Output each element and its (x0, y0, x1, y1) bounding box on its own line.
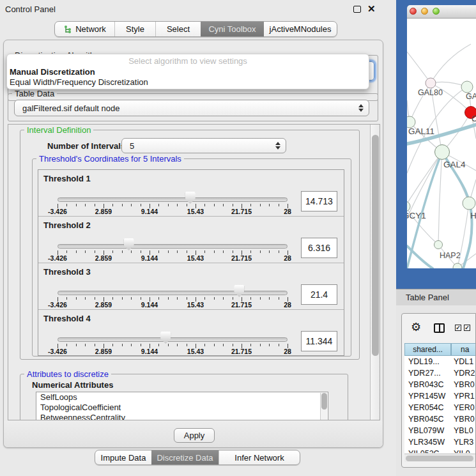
zoom-traffic-light-icon[interactable] (433, 8, 440, 15)
tab-discretize-data[interactable]: Discretize Data (151, 450, 219, 464)
scale-label: 9.144 (141, 348, 158, 355)
scale-label: 21.715 (231, 254, 252, 262)
scale-label: 21.715 (231, 208, 252, 215)
checkbox-icon[interactable]: ✓ (464, 325, 470, 331)
table-row[interactable]: YIL052CYIL0 (404, 448, 476, 453)
table-row[interactable]: YDR27...YDR2 (404, 367, 476, 379)
cell-name[interactable]: YER0 (454, 402, 475, 413)
table-horizontal-scrollbar[interactable] (404, 454, 476, 462)
gear-icon[interactable]: ⚙ (411, 321, 421, 333)
attributes-to-discretize-group: Attributes to discretize Numerical Attri… (20, 374, 348, 420)
scale-label: 15.43 (187, 301, 204, 309)
table-row[interactable]: YPR145WYPR1 (404, 390, 476, 402)
number-of-intervals-spinner[interactable]: 5 (121, 138, 286, 153)
table-row[interactable]: YBL079WYBL0 (404, 425, 476, 436)
tab-style[interactable]: Style (114, 22, 155, 36)
slider-thumb[interactable] (185, 192, 196, 204)
cell-shared-name[interactable]: YBR045C (408, 413, 444, 425)
scale-label: 2.859 (95, 301, 112, 309)
threshold-value-field[interactable]: 11.344 (301, 331, 337, 351)
scale-label: 28 (284, 208, 291, 215)
cell-name[interactable]: YPR1 (454, 390, 475, 402)
popup-option-equal-width-frequency[interactable]: Equal Width/Frequency Discretization (10, 77, 148, 87)
popup-option-manual-discretization[interactable]: Manual Discretization (10, 67, 95, 77)
network-node[interactable] (463, 197, 475, 210)
scale-label: 2.859 (95, 254, 112, 262)
tab-cyni-toolbox[interactable]: Cyni Toolbox (201, 22, 264, 36)
cell-name[interactable]: YBL0 (454, 425, 473, 436)
table-panel-titlebar: Table Panel (396, 289, 476, 305)
cell-name[interactable]: YLR3 (454, 436, 473, 448)
threshold-value-field[interactable]: 6.316 (301, 238, 337, 258)
network-node[interactable] (426, 78, 436, 88)
cell-shared-name[interactable]: YIL052C (408, 448, 440, 453)
scale-label: -3.426 (48, 348, 67, 355)
table-row[interactable]: YER054CYER0 (404, 402, 476, 413)
table-row[interactable]: YDL19...YDL1 (404, 356, 476, 367)
number-of-intervals-label: Number of Intervals (47, 141, 125, 151)
threshold-value-field[interactable]: 21.4 (301, 284, 337, 305)
network-graph: GAL80GACGAL11GAL4GCY1HHAP2 (407, 19, 476, 268)
slider-thumb[interactable] (124, 238, 134, 250)
scale-label: 21.715 (231, 301, 252, 309)
tab-infer-network[interactable]: Infer Network (219, 450, 300, 464)
network-node[interactable] (434, 241, 443, 249)
threshold-row: Threshold 4-3.4262.8599.14415.4321.71528… (38, 310, 344, 357)
table-data-combobox[interactable]: galFiltered.sif default node (14, 100, 369, 116)
attributes-list-scrollbar[interactable] (320, 393, 327, 420)
slider-track[interactable] (58, 337, 288, 342)
columns-icon[interactable] (434, 323, 445, 333)
cell-name[interactable]: YBR0 (454, 379, 475, 390)
table-row[interactable]: YBR045CYBR0 (404, 413, 476, 425)
cell-name[interactable]: YDR2 (454, 367, 475, 379)
panel-vertical-scrollbar[interactable] (370, 125, 380, 420)
column-header-shared-name[interactable]: shared... (404, 343, 451, 356)
tab-impute-data[interactable]: Impute Data (95, 450, 151, 464)
table-hscrollbar-thumb[interactable] (406, 456, 473, 461)
table-row[interactable]: YBR043CYBR0 (404, 379, 476, 390)
cell-shared-name[interactable]: YER054C (408, 402, 444, 413)
network-node[interactable] (461, 81, 473, 93)
minimize-traffic-light-icon[interactable] (421, 8, 428, 15)
attribute-list-item[interactable]: BetweennessCentrality (36, 413, 328, 420)
tab-select[interactable]: Select (155, 22, 201, 36)
close-traffic-light-icon[interactable] (410, 8, 417, 15)
panel-scrollbar-thumb[interactable] (372, 135, 379, 356)
cell-name[interactable]: YIL0 (454, 448, 470, 453)
popup-hint-item[interactable]: Select algorithm to view settings (7, 56, 369, 66)
cell-name[interactable]: YBR0 (454, 413, 475, 425)
network-canvas[interactable]: GAL80GACGAL11GAL4GCY1HHAP2 (407, 19, 476, 268)
control-panel-titlebar: Control Panel ✕ (0, 0, 396, 18)
slider-thumb[interactable] (160, 332, 171, 344)
slider-thumb[interactable] (234, 285, 244, 297)
attribute-list-item[interactable]: SelfLoops (36, 392, 328, 403)
float-window-icon[interactable] (353, 6, 361, 13)
apply-button[interactable]: Apply (174, 428, 215, 443)
cell-shared-name[interactable]: YPR145W (408, 390, 445, 402)
slider-track[interactable] (58, 291, 288, 295)
checkbox-icon[interactable]: ✓ (455, 325, 461, 331)
numerical-attributes-list: SelfLoopsTopologicalCoefficientBetweenne… (36, 392, 328, 420)
table-row[interactable]: YLR345WYLR3 (404, 436, 476, 448)
cell-shared-name[interactable]: YDR27... (408, 367, 441, 379)
network-view-window: GAL80GACGAL11GAL4GCY1HHAP2 (407, 5, 476, 268)
close-icon[interactable]: ✕ (367, 3, 376, 15)
attribute-list-item[interactable]: TopologicalCoefficient (36, 403, 328, 413)
tab-jactivemnodules[interactable]: jActiveMNodules (264, 22, 337, 36)
network-edge (407, 152, 442, 218)
cell-shared-name[interactable]: YDL19... (408, 356, 440, 367)
slider-track[interactable] (58, 244, 288, 249)
tab-network[interactable]: Network (55, 22, 114, 36)
cell-shared-name[interactable]: YLR345W (408, 436, 445, 448)
threshold-value-field[interactable]: 14.713 (301, 191, 337, 211)
network-node[interactable] (435, 145, 450, 160)
cell-shared-name[interactable]: YBR043C (408, 379, 444, 390)
network-window-titlebar[interactable] (407, 5, 476, 19)
slider-track[interactable] (58, 197, 288, 202)
scale-label: -3.426 (48, 254, 67, 262)
network-node-label: HAP2 (440, 251, 461, 260)
column-header-name[interactable]: na (451, 343, 476, 356)
network-node[interactable] (407, 201, 410, 211)
cell-name[interactable]: YDL1 (454, 356, 473, 367)
cell-shared-name[interactable]: YBL079W (408, 425, 444, 436)
